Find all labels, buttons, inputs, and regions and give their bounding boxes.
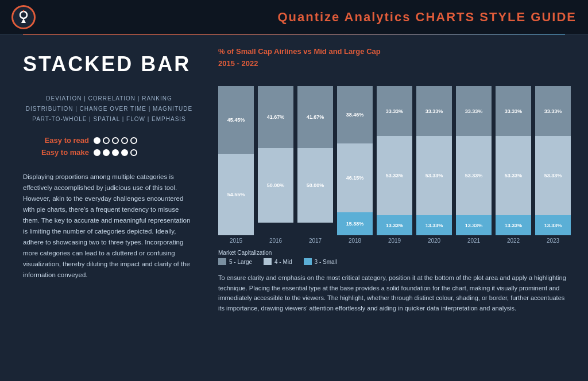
bar-group: 33.33%53.33%13.33% — [416, 75, 452, 235]
ratings-section: Easy to read Easy to make — [23, 136, 195, 160]
left-panel: STACKED BAR DEVIATION | CORRELATION | RA… — [0, 35, 212, 380]
segment-small: 13.33% — [496, 215, 531, 235]
dot-5 — [130, 149, 137, 156]
legend-area: Market Capitalization 5 - Large4 - Mid3 … — [218, 250, 571, 265]
bottom-text: To ensure clarity and emphasis on the mo… — [218, 273, 571, 313]
easy-to-make-row: Easy to make — [23, 148, 195, 157]
legend-title: Market Capitalization — [218, 250, 571, 256]
chart-title-line1: % of Small Cap Airlines vs Mid and Large… — [218, 46, 571, 57]
svg-point-0 — [20, 11, 27, 18]
dot-2 — [103, 137, 110, 144]
bar-stack: 33.33%53.33%13.33% — [496, 86, 531, 235]
bar-group: 38.46%46.15%15.38% — [337, 75, 373, 235]
segment-mid: 54.55% — [218, 154, 254, 235]
segment-mid: 53.33% — [377, 136, 412, 215]
easy-to-read-label: Easy to read — [23, 136, 89, 145]
segment-small: 15.38% — [337, 212, 373, 235]
easy-to-make-label: Easy to make — [23, 148, 89, 157]
segment-small: 13.33% — [535, 215, 571, 235]
header-title: Quantize Analytics CHARTS STYLE GUIDE — [47, 10, 577, 25]
bar-group: 33.33%53.33%13.33% — [535, 75, 571, 235]
segment-small: 13.33% — [456, 215, 492, 235]
legend-item: 4 - Mid — [264, 258, 292, 265]
dot-1 — [94, 137, 100, 144]
dot-3 — [112, 149, 119, 156]
segment-large: 41.67% — [258, 86, 293, 148]
segment-large: 33.33% — [416, 86, 452, 136]
tag-line-2: DISTRIBUTION | CHANGE OVER TIME | MAGNIT… — [23, 104, 195, 114]
dot-5 — [130, 137, 137, 144]
legend-items: 5 - Large4 - Mid3 - Small — [218, 258, 571, 265]
legend-label: 3 - Small — [315, 259, 337, 265]
bar-chart-area: 45.45%54.55%41.67%50.00%41.67%50.00%38.4… — [218, 75, 571, 368]
header-title-normal: Quantize Analytics — [277, 10, 415, 24]
year-label: 2021 — [456, 238, 492, 244]
bar-stack: 33.33%53.33%13.33% — [535, 86, 571, 235]
dot-3 — [112, 137, 119, 144]
year-label: 2018 — [337, 238, 373, 244]
chart-description: Displaying proportions among multiple ca… — [23, 172, 195, 281]
legend-color-box — [218, 258, 226, 265]
bar-stack: 41.67%50.00% — [297, 86, 333, 235]
bars-container: 45.45%54.55%41.67%50.00%41.67%50.00%38.4… — [218, 75, 571, 235]
year-label: 2023 — [535, 238, 571, 244]
dot-1 — [94, 149, 100, 156]
bar-stack: 33.33%53.33%13.33% — [456, 86, 492, 235]
bar-group: 33.33%53.33%13.33% — [377, 75, 412, 235]
bar-stack: 33.33%53.33%13.33% — [377, 86, 412, 235]
segment-large: 33.33% — [496, 86, 531, 136]
legend-color-box — [264, 258, 272, 265]
tag-line-3: PART-TO-WHOLE | SPATIAL | FLOW | EMPHASI… — [23, 114, 195, 125]
year-labels: 201520162017201820192020202120222023 — [218, 238, 571, 244]
svg-marker-1 — [21, 18, 26, 23]
segment-mid: 53.33% — [535, 136, 571, 215]
header-title-highlight: CHARTS STYLE GUIDE — [416, 10, 577, 24]
tags-section: DEVIATION | CORRELATION | RANKING DISTRI… — [23, 94, 195, 125]
easy-to-read-row: Easy to read — [23, 136, 195, 145]
segment-large: 45.45% — [218, 86, 254, 154]
bar-stack: 45.45%54.55% — [218, 86, 254, 235]
segment-mid: 53.33% — [416, 136, 452, 215]
main-content: STACKED BAR DEVIATION | CORRELATION | RA… — [0, 35, 588, 380]
dot-4 — [121, 137, 128, 144]
easy-to-read-dots — [94, 137, 137, 144]
legend-item: 5 - Large — [218, 258, 252, 265]
year-label: 2015 — [218, 238, 254, 244]
dot-4 — [121, 149, 128, 156]
bar-group: 33.33%53.33%13.33% — [456, 75, 492, 235]
segment-large: 33.33% — [535, 86, 571, 136]
segment-small: 13.33% — [416, 215, 452, 235]
legend-label: 5 - Large — [229, 259, 252, 265]
year-label: 2022 — [496, 238, 531, 244]
segment-large: 33.33% — [377, 86, 412, 136]
segment-large: 38.46% — [337, 86, 373, 143]
chart-type-title: STACKED BAR — [23, 52, 195, 76]
easy-to-make-dots — [94, 149, 137, 156]
tag-line-1: DEVIATION | CORRELATION | RANKING — [23, 94, 195, 104]
legend-item: 3 - Small — [304, 258, 337, 265]
segment-mid: 50.00% — [258, 148, 293, 223]
segment-large: 41.67% — [297, 86, 333, 148]
right-panel: % of Small Cap Airlines vs Mid and Large… — [212, 35, 588, 380]
year-label: 2020 — [416, 238, 452, 244]
dot-2 — [103, 149, 110, 156]
legend-label: 4 - Mid — [274, 259, 292, 265]
year-label: 2017 — [297, 238, 333, 244]
segment-mid: 53.33% — [456, 136, 492, 215]
year-label: 2019 — [377, 238, 412, 244]
legend-color-box — [304, 258, 312, 265]
segment-mid: 50.00% — [297, 148, 333, 223]
year-label: 2016 — [258, 238, 293, 244]
bar-stack: 41.67%50.00% — [258, 86, 293, 235]
bar-group: 33.33%53.33%13.33% — [496, 75, 531, 235]
segment-mid: 53.33% — [496, 136, 531, 215]
chart-title-line2: 2015 - 2022 — [218, 59, 571, 68]
bar-group: 45.45%54.55% — [218, 75, 254, 235]
logo — [11, 5, 36, 29]
bar-group: 41.67%50.00% — [258, 75, 293, 235]
segment-small: 13.33% — [377, 215, 412, 235]
segment-mid: 46.15% — [337, 143, 373, 212]
bar-stack: 33.33%53.33%13.33% — [416, 86, 452, 235]
segment-large: 33.33% — [456, 86, 492, 136]
bar-stack: 38.46%46.15%15.38% — [337, 86, 373, 235]
